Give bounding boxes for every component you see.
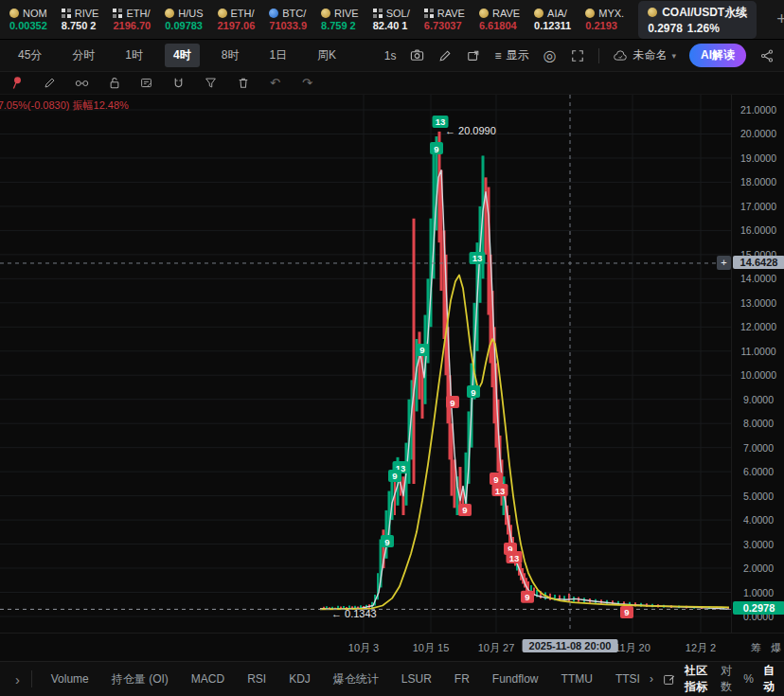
price-tick-label: 16.0000 [732, 224, 784, 236]
ticker-item[interactable]: RIVE8.759 2 [321, 8, 359, 31]
log-scale-toggle[interactable]: 对数 [721, 663, 734, 695]
lock-icon[interactable] [106, 75, 122, 91]
filter-funnel-icon[interactable] [203, 75, 219, 91]
timeframe-8时[interactable]: 8时 [213, 44, 248, 67]
redo-icon[interactable]: ↷ [299, 75, 315, 91]
indicator-tab[interactable]: 持仓量 (OI) [102, 667, 178, 692]
indicator-tab[interactable]: Volume [42, 668, 98, 690]
ticker-item[interactable]: ETH/2196.70 [113, 8, 151, 31]
price-chart[interactable]: 139139991399139991399← 20.0990← 0.1343 [0, 95, 731, 633]
ticker-item[interactable]: ETH/2197.06 [218, 8, 256, 31]
price-axis[interactable]: 21.000020.000019.000018.000017.000016.00… [731, 95, 784, 633]
ticker-item[interactable]: AIA/0.12311 [534, 8, 571, 31]
ticker-symbol: BTC/ [282, 8, 306, 19]
popout-window-icon[interactable] [466, 48, 481, 63]
indicator-tab[interactable]: LSUR [392, 668, 441, 690]
ticker-item[interactable]: MYX.0.2193 [585, 8, 624, 31]
trash-icon[interactable] [235, 75, 251, 91]
edit-pencil-icon[interactable] [437, 48, 453, 63]
indicator-tab[interactable]: FR [445, 668, 479, 690]
add-ticker-button[interactable]: + [771, 9, 784, 29]
note-edit-icon[interactable] [138, 75, 154, 91]
side-panel-tab[interactable]: 爆 [771, 641, 781, 655]
ticker-symbol: MYX. [598, 8, 624, 19]
crosshair-plus-handle[interactable]: + [717, 256, 731, 270]
magnet-icon[interactable] [170, 75, 187, 91]
coin-icon [648, 8, 657, 17]
brush-icon[interactable] [42, 75, 58, 91]
timeframe-1日[interactable]: 1日 [260, 44, 295, 67]
toolbar-right-group: 1s ≡ 显示 ◎ 未命名 [384, 44, 775, 67]
ticker-price: 2197.06 [218, 20, 256, 31]
exchange-grid-icon [373, 9, 383, 18]
ticker-item[interactable]: NOM0.00352 [9, 8, 47, 31]
ticker-symbol: RIVE [75, 8, 99, 19]
community-indicators-tab[interactable]: 社区指标 [685, 663, 711, 695]
marker-pin-icon[interactable] [9, 75, 26, 91]
ticker-item[interactable]: H/US0.09783 [165, 8, 203, 31]
share-icon[interactable] [759, 48, 775, 63]
side-panel-tab[interactable]: 筹 [751, 641, 761, 655]
selected-ticker-price: 0.2978 [648, 22, 683, 35]
indicator-tab[interactable]: MACD [182, 668, 234, 690]
chart-canvas[interactable]: 139139991399139991399← 20.0990← 0.1343 -… [0, 95, 731, 633]
date-tick-label: 10月 27 [478, 641, 515, 655]
selected-ticker-tab[interactable]: COAI/USDT永续 0.2978 1.26% [638, 1, 757, 39]
indicator-tab[interactable]: 爆仓统计 [324, 667, 388, 692]
coin-blue-icon [269, 9, 278, 18]
exchange-grid-icon [62, 9, 71, 18]
layout-select-button[interactable]: 未命名 ▾ [613, 47, 676, 63]
ticker-item[interactable]: BTC/71033.9 [269, 8, 307, 31]
ticker-item[interactable]: SOL/82.40 1 [373, 8, 410, 31]
auto-scale-toggle[interactable]: 自动 [763, 663, 776, 695]
indicator-tab[interactable]: TTSI [606, 668, 650, 690]
svg-text:9: 9 [624, 607, 629, 617]
timeframe-45分[interactable]: 45分 [9, 44, 50, 67]
price-tick-label: 11.0000 [732, 346, 784, 357]
indicator-tab[interactable]: Fundflow [483, 668, 548, 690]
more-indicators-chevron[interactable]: › [650, 672, 653, 686]
price-tick-label: 12.0000 [732, 321, 784, 332]
interval-indicator[interactable]: 1s [384, 49, 397, 62]
price-tick-label: 6.0000 [732, 466, 784, 477]
undo-icon[interactable]: ↶ [267, 75, 283, 91]
display-settings-button[interactable]: ≡ 显示 [494, 47, 528, 63]
camera-icon[interactable] [409, 48, 424, 63]
indicator-tab[interactable]: RSI [238, 668, 276, 690]
collapse-chevron-icon[interactable]: › [8, 671, 27, 687]
date-axis[interactable]: 10月 310月 1510月 2711月 2012月 22025-11-08 2… [0, 633, 784, 661]
ticker-item[interactable]: RAVE6.61804 [479, 8, 520, 31]
date-tick-label: 12月 2 [686, 641, 716, 655]
timeframe-分时[interactable]: 分时 [63, 44, 103, 67]
ai-analysis-button[interactable]: AI解读 [689, 44, 746, 67]
pattern-icon[interactable] [74, 75, 90, 91]
timeframe-周K[interactable]: 周K [309, 44, 345, 67]
target-icon[interactable]: ◎ [542, 48, 557, 63]
ticker-price: 0.09783 [165, 20, 203, 31]
ticker-item[interactable]: RIVE8.750 2 [62, 8, 99, 31]
ticker-symbol: ETH/ [126, 8, 150, 19]
chevron-down-icon: ▾ [671, 51, 676, 61]
ticker-symbol: RAVE [437, 8, 465, 19]
price-tick-label: 10.0000 [732, 369, 784, 381]
price-tick-label: 8.0000 [732, 418, 784, 429]
crosshair-price-label: 14.6428 [733, 256, 784, 269]
ticker-item[interactable]: RAVE6.73037 [424, 8, 465, 31]
timeframe-1时[interactable]: 1时 [116, 44, 151, 67]
price-tick-label: 21.0000 [732, 104, 784, 116]
ticker-symbol: SOL/ [386, 8, 410, 19]
ticker-symbol: AIA/ [547, 8, 567, 19]
drawing-toolbar: ↶ ↷ [0, 72, 784, 95]
indicator-tab-bar: › Volume持仓量 (OI)MACDRSIKDJ爆仓统计LSURFRFund… [0, 661, 784, 696]
indicator-tab[interactable]: KDJ [279, 668, 320, 690]
svg-text:13: 13 [495, 486, 506, 496]
fullscreen-icon[interactable] [570, 48, 585, 63]
coin-gold-icon [479, 9, 489, 18]
timeframe-4时[interactable]: 4时 [165, 44, 200, 67]
percent-scale-toggle[interactable]: % [743, 672, 754, 686]
edit-indicators-icon[interactable] [663, 672, 675, 686]
indicator-tab[interactable]: TTMU [552, 668, 602, 690]
date-tick-label: 11月 20 [615, 641, 650, 655]
price-tick-label: 19.0000 [732, 152, 784, 164]
trading-app-window: NOM0.00352RIVE8.750 2ETH/2196.70H/US0.09… [0, 0, 784, 696]
